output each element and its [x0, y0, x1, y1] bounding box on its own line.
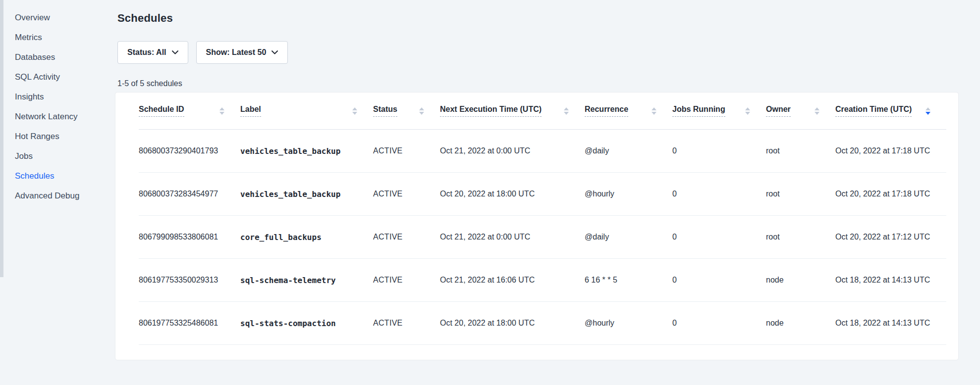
cell-owner: node: [766, 319, 835, 328]
cell-creation-time: Oct 20, 2022 at 17:18 UTC: [835, 146, 946, 155]
column-header-label: Owner: [766, 105, 791, 117]
sidebar-item-label: Overview: [15, 13, 50, 23]
sidebar-item-label: Advanced Debug: [15, 191, 79, 201]
table-body: 806800373290401793vehicles_table_backupA…: [139, 130, 946, 345]
sidebar-item-overview[interactable]: Overview: [15, 8, 104, 28]
show-filter-dropdown[interactable]: Show: Latest 50: [196, 41, 288, 64]
column-header-status[interactable]: Status: [373, 105, 440, 117]
table-row: 806800373290401793vehicles_table_backupA…: [139, 130, 946, 173]
cell-next-execution: Oct 21, 2022 at 16:06 UTC: [440, 276, 585, 285]
chevron-down-icon: [172, 50, 178, 54]
cell-status: ACTIVE: [373, 190, 440, 198]
sort-arrows-icon: [419, 107, 424, 115]
sidebar-item-label: Network Latency: [15, 112, 78, 122]
cell-status: ACTIVE: [373, 276, 440, 285]
cell-owner: node: [766, 276, 835, 285]
sidebar-item-sql-activity[interactable]: SQL Activity: [15, 67, 104, 87]
sidebar-item-label: Insights: [15, 92, 44, 102]
column-header-owner[interactable]: Owner: [766, 105, 835, 117]
results-count: 1-5 of 5 schedules: [117, 79, 182, 88]
column-header-label: Label: [240, 105, 261, 117]
cell-jobs-running: 0: [672, 146, 766, 155]
cell-id: 806197753325486081: [139, 319, 240, 328]
sidebar-item-advanced-debug[interactable]: Advanced Debug: [15, 186, 104, 206]
cell-id: 806197753350029313: [139, 276, 240, 285]
cell-recurrence: @hourly: [585, 190, 672, 198]
cell-creation-time: Oct 18, 2022 at 14:13 UTC: [835, 319, 946, 328]
cell-label: vehicles_table_backup: [240, 146, 373, 156]
table-row: 806800373283454977vehicles_table_backupA…: [139, 173, 946, 216]
cell-jobs-running: 0: [672, 233, 766, 241]
cell-id: 806800373283454977: [139, 190, 240, 198]
sidebar-item-metrics[interactable]: Metrics: [15, 28, 104, 48]
filter-bar: Status: All Show: Latest 50: [117, 41, 288, 64]
sidebar-item-databases[interactable]: Databases: [15, 48, 104, 67]
cell-recurrence: @hourly: [585, 319, 672, 328]
cell-next-execution: Oct 20, 2022 at 18:00 UTC: [440, 190, 585, 198]
cell-status: ACTIVE: [373, 233, 440, 241]
sort-arrows-icon: [652, 107, 656, 115]
sort-arrows-icon: [219, 107, 224, 115]
cell-id: 806799098533806081: [139, 233, 240, 241]
table-header-row: Schedule IDLabelStatusNext Execution Tim…: [139, 93, 946, 130]
cell-label: core_full_backups: [240, 233, 373, 242]
cell-creation-time: Oct 18, 2022 at 14:13 UTC: [835, 276, 946, 285]
cell-next-execution: Oct 21, 2022 at 0:00 UTC: [440, 146, 585, 155]
sidebar-item-label: Hot Ranges: [15, 132, 59, 142]
column-header-schedule-id[interactable]: Schedule ID: [139, 105, 240, 117]
column-header-label: Status: [373, 105, 397, 117]
cell-label: sql-schema-telemetry: [240, 276, 373, 285]
cell-creation-time: Oct 20, 2022 at 17:12 UTC: [835, 233, 946, 241]
cell-creation-time: Oct 20, 2022 at 17:18 UTC: [835, 190, 946, 198]
sidebar-item-label: Jobs: [15, 151, 33, 161]
sidebar-item-label: SQL Activity: [15, 72, 60, 82]
chevron-down-icon: [272, 50, 278, 54]
cell-owner: root: [766, 190, 835, 198]
column-header-next-execution-time-utc-[interactable]: Next Execution Time (UTC): [440, 105, 585, 117]
sidebar-item-hot-ranges[interactable]: Hot Ranges: [15, 127, 104, 146]
column-header-jobs-running[interactable]: Jobs Running: [672, 105, 766, 117]
sidebar-item-insights[interactable]: Insights: [15, 87, 104, 107]
sidebar-item-network-latency[interactable]: Network Latency: [15, 107, 104, 127]
sidebar-item-schedules[interactable]: Schedules: [15, 166, 104, 186]
cell-label: sql-stats-compaction: [240, 319, 373, 328]
cell-recurrence: @daily: [585, 146, 672, 155]
column-header-label[interactable]: Label: [240, 105, 373, 117]
show-filter-label: Show: Latest 50: [206, 48, 267, 57]
cell-recurrence: @daily: [585, 233, 672, 241]
column-header-creation-time-utc-[interactable]: Creation Time (UTC): [835, 105, 946, 117]
left-scrollbar[interactable]: [0, 0, 3, 277]
sort-arrows-icon: [926, 107, 930, 115]
status-filter-label: Status: All: [127, 48, 166, 57]
sidebar-item-label: Databases: [15, 52, 55, 62]
page-title: Schedules: [117, 12, 173, 25]
column-header-label: Schedule ID: [139, 105, 184, 117]
column-header-label: Next Execution Time (UTC): [440, 105, 542, 117]
cell-id: 806800373290401793: [139, 146, 240, 155]
cell-owner: root: [766, 233, 835, 241]
sidebar-item-jobs[interactable]: Jobs: [15, 146, 104, 166]
table-row: 806799098533806081core_full_backupsACTIV…: [139, 216, 946, 259]
column-header-recurrence[interactable]: Recurrence: [585, 105, 672, 117]
cell-status: ACTIVE: [373, 319, 440, 328]
cell-recurrence: 6 16 * * 5: [585, 276, 672, 285]
cell-label: vehicles_table_backup: [240, 190, 373, 199]
sidebar-item-label: Schedules: [15, 171, 54, 181]
schedules-table-card: Schedule IDLabelStatusNext Execution Tim…: [115, 93, 958, 360]
sort-arrows-icon: [564, 107, 569, 115]
cell-next-execution: Oct 21, 2022 at 0:00 UTC: [440, 233, 585, 241]
cell-owner: root: [766, 146, 835, 155]
column-header-label: Creation Time (UTC): [835, 105, 912, 117]
column-header-label: Recurrence: [585, 105, 628, 117]
sidebar: OverviewMetricsDatabasesSQL ActivityInsi…: [15, 8, 104, 206]
cell-next-execution: Oct 20, 2022 at 18:00 UTC: [440, 319, 585, 328]
cell-jobs-running: 0: [672, 276, 766, 285]
sidebar-item-label: Metrics: [15, 33, 42, 43]
status-filter-dropdown[interactable]: Status: All: [117, 41, 188, 64]
table-row: 806197753325486081sql-stats-compactionAC…: [139, 302, 946, 345]
sort-arrows-icon: [745, 107, 750, 115]
sort-arrows-icon: [815, 107, 819, 115]
table-row: 806197753350029313sql-schema-telemetryAC…: [139, 259, 946, 302]
cell-status: ACTIVE: [373, 146, 440, 155]
cell-jobs-running: 0: [672, 190, 766, 198]
